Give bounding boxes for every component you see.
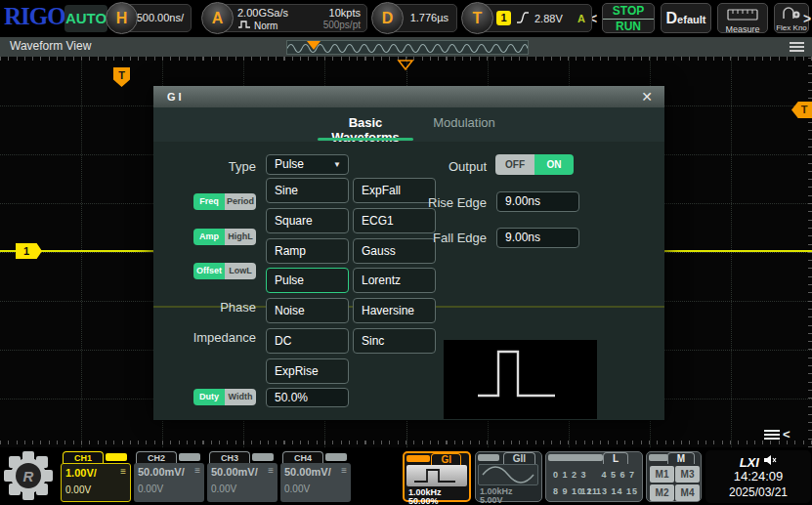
logic-accent-bar [548, 454, 603, 461]
toolbar-fwd-chevron[interactable]: > [803, 11, 811, 26]
default-label-d: D [666, 10, 678, 26]
math-tab[interactable]: M [667, 452, 695, 464]
rise-edge-label: Rise Edge [398, 195, 487, 210]
timebase-overview-strip[interactable] [286, 40, 529, 55]
rise-edge-field[interactable]: 9.00ns [496, 191, 579, 212]
status-block[interactable]: LXI 14:24:09 2025/03/21 [705, 450, 811, 503]
math-card[interactable]: M M1 M3 M2 M4 [646, 451, 702, 502]
trigger-knob[interactable]: T [461, 2, 493, 34]
ch3-card[interactable]: CH3 50.00mV/ ≡ 0.00V [207, 451, 278, 502]
waveform-view-bar: Waveform View [0, 37, 812, 57]
duty-field[interactable]: 50.0% [266, 388, 349, 407]
measure-button[interactable]: Measure [717, 3, 768, 33]
ch1-body: 1.00V/ ≡ 0.00V [61, 463, 131, 502]
math-m4-button[interactable]: M4 [675, 484, 700, 501]
acquisition-box[interactable]: 2.00GSa/s Norm 10kpts 500ps/pt [219, 4, 367, 32]
freq-option[interactable]: Freq [193, 193, 225, 210]
gi-waveform-icon [406, 465, 467, 486]
ch4-card[interactable]: CH4 50.00mV/ ≡ 0.00V [280, 451, 351, 502]
trigger-box[interactable]: 1 2.88V A [479, 4, 592, 32]
pulse-glyph-icon [237, 20, 251, 31]
grid-collapse-menu-icon[interactable]: < [764, 427, 791, 442]
ch3-coupling-icon: ≡ [268, 465, 274, 476]
overview-trigger-marker-icon[interactable] [307, 41, 321, 50]
ch2-body: 50.00mV/ ≡ 0.00V [134, 463, 204, 502]
freq-period-toggle[interactable]: Freq Period [193, 193, 256, 210]
auto-mode-badge[interactable]: AUTO [64, 5, 107, 32]
math-m1-button[interactable]: M1 [650, 466, 674, 483]
ch2-card[interactable]: CH2 50.00mV/ ≡ 0.00V [134, 451, 204, 502]
gii-waveform-icon [478, 464, 538, 485]
output-label: Output [398, 159, 487, 174]
duty-width-toggle[interactable]: Duty Width [193, 389, 256, 405]
ch1-ground-marker[interactable]: 1 [16, 243, 42, 259]
trigger-level-marker[interactable]: T [791, 102, 812, 118]
ch1-scale: 1.00V/ [65, 467, 97, 479]
ch3-offset: 0.00V [211, 484, 236, 494]
waveform-button-dc[interactable]: DC [266, 328, 349, 354]
gi-accent-bar [406, 455, 430, 462]
view-menu-icon[interactable] [790, 42, 804, 54]
waveform-button-noise[interactable]: Noise [266, 298, 349, 323]
waveform-button-exprise[interactable]: ExpRise [266, 358, 349, 384]
default-button[interactable]: Default [661, 3, 711, 33]
offset-lowl-toggle[interactable]: Offset LowL [193, 263, 256, 279]
waveform-button-pulse[interactable]: Pulse [266, 268, 349, 293]
ch1-card[interactable]: CH1 1.00V/ ≡ 0.00V [61, 451, 131, 502]
fall-edge-field[interactable]: 9.00ns [496, 228, 579, 248]
gi-card[interactable]: GI 1.00kHz 50.00% [403, 451, 471, 502]
logic-card[interactable]: L 0 1 2 3 4 5 6 7 8 9 10 11 12 13 14 15 [545, 451, 643, 502]
waveform-button-square[interactable]: Square [266, 208, 349, 233]
trigger-mode: A [577, 13, 591, 24]
lowl-option[interactable]: LowL [225, 263, 256, 279]
trigger-position-marker-icon[interactable] [397, 58, 414, 75]
waveform-button-ramp[interactable]: Ramp [266, 238, 349, 264]
trigger-flag-marker[interactable]: T [113, 67, 130, 87]
gii-card[interactable]: GII 1.00kHz 5.00V [475, 451, 542, 502]
memory-depth: 10kpts [329, 7, 361, 19]
type-dropdown[interactable]: Pulse ▼ [266, 154, 349, 175]
clock-date: 2025/03/21 [705, 485, 811, 499]
output-off-option[interactable]: OFF [495, 154, 534, 175]
math-m2-button[interactable]: M2 [650, 484, 674, 501]
period-option[interactable]: Period [225, 193, 256, 210]
pulse-preview [444, 340, 597, 419]
highl-option[interactable]: HighL [225, 229, 256, 245]
output-toggle[interactable]: OFF ON [495, 154, 574, 175]
waveform-button-haversine[interactable]: Haversine [353, 298, 436, 323]
gii-accent-bar [478, 454, 499, 461]
phase-label: Phase [173, 300, 256, 315]
waveform-button-sine[interactable]: Sine [266, 178, 349, 203]
default-label-rest: efault [677, 14, 705, 25]
overview-sine-icon [287, 42, 528, 55]
amp-highl-toggle[interactable]: Amp HighL [193, 229, 256, 245]
duty-option[interactable]: Duty [193, 389, 225, 405]
close-icon[interactable]: ✕ [637, 86, 657, 107]
acquire-knob[interactable]: A [201, 2, 234, 34]
stop-run-button[interactable]: STOP RUN [602, 3, 655, 33]
tab-modulation[interactable]: Modulation [430, 115, 498, 130]
gi-tab[interactable]: GI [431, 453, 461, 465]
delay-knob[interactable]: D [371, 2, 404, 34]
amp-option[interactable]: Amp [193, 229, 225, 245]
horizontal-knob[interactable]: H [106, 2, 138, 34]
acq-mode: Norm [254, 21, 278, 31]
stop-label: STOP [603, 4, 654, 20]
logic-tab[interactable]: L [603, 452, 628, 464]
waveform-button-lorentz[interactable]: Lorentz [353, 268, 436, 293]
width-option[interactable]: Width [225, 389, 256, 405]
fall-edge-label: Fall Edge [398, 231, 487, 245]
ch3-scale: 50.00mV/ [211, 466, 258, 478]
dialog-tabbar: Basic Waveforms Modulation [153, 107, 664, 142]
waveform-button-sinc[interactable]: Sinc [353, 328, 436, 354]
speaker-mute-icon [763, 452, 777, 469]
output-on-option[interactable]: ON [534, 154, 574, 175]
rigol-gear-logo[interactable]: R [3, 450, 54, 505]
logic-d0-3: 0 1 2 3 [553, 470, 587, 480]
offset-option[interactable]: Offset [193, 263, 225, 279]
dialog-title[interactable]: G I [153, 86, 664, 107]
math-m3-button[interactable]: M3 [675, 466, 700, 483]
acq-mode-row: Norm [237, 20, 278, 31]
gii-tab[interactable]: GII [503, 452, 535, 464]
gi-dialog: G I ✕ Basic Waveforms Modulation Type Pu… [153, 86, 664, 420]
